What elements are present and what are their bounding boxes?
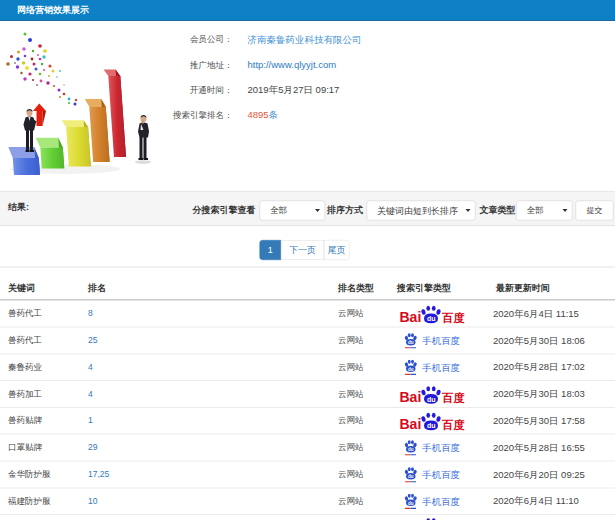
svg-text:du: du <box>408 367 414 372</box>
svg-text:百度: 百度 <box>441 391 465 404</box>
svg-text:du: du <box>427 422 436 429</box>
svg-text:du: du <box>408 340 414 345</box>
svg-text:du: du <box>408 501 414 506</box>
svg-text:du: du <box>408 447 414 452</box>
svg-text:Bai: Bai <box>400 309 422 325</box>
svg-text:百度: 百度 <box>441 311 465 324</box>
svg-text:Bai: Bai <box>400 416 422 432</box>
svg-text:du: du <box>427 315 436 322</box>
svg-text:Bai: Bai <box>400 389 422 405</box>
svg-text:du: du <box>408 474 414 479</box>
svg-text:百度: 百度 <box>441 418 465 431</box>
svg-text:du: du <box>427 396 436 403</box>
